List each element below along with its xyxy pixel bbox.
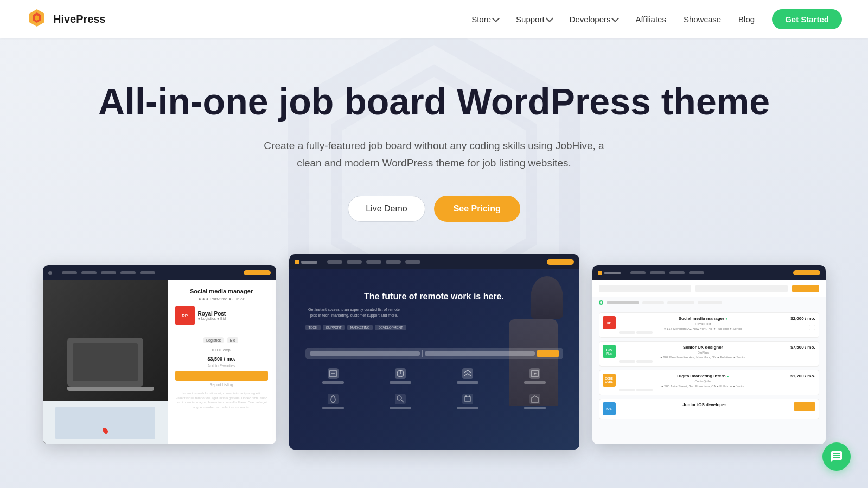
nav-support[interactable]: Support (516, 15, 552, 24)
list-item: RP Social media manager ● Royal Post ● 1… (599, 312, 819, 338)
hero-section: All-in-one job board WordPress theme Cre… (0, 38, 868, 488)
chat-icon (830, 450, 843, 463)
hivepress-logo-icon (26, 8, 48, 30)
brand-logo[interactable]: HivePress (26, 8, 106, 30)
nav-affiliates[interactable]: Affiliates (635, 15, 666, 24)
hero-buttons: Live Demo See Pricing (26, 196, 842, 222)
svg-line-12 (401, 400, 404, 402)
chevron-down-icon (611, 14, 619, 22)
sc-body-center: The future of remote work is here. Get i… (289, 269, 579, 450)
see-pricing-button[interactable]: See Pricing (434, 196, 520, 222)
svg-rect-13 (464, 397, 471, 401)
hero-title: All-in-one job board WordPress theme (26, 81, 842, 122)
screenshot-right: RP Social media manager ● Royal Post ● 1… (592, 265, 826, 444)
sc-navbar-center (289, 254, 579, 269)
sc-navbar-left (43, 265, 276, 280)
sc-body-right: RP Social media manager ● Royal Post ● 1… (592, 280, 826, 444)
list-item: CODEQUBE Digital marketing intern ● Code… (599, 370, 819, 395)
chevron-down-icon (492, 14, 500, 22)
navigation: HivePress Store Support Developers Affil… (0, 0, 868, 38)
brand-name: HivePress (53, 13, 106, 25)
svg-point-11 (397, 396, 401, 400)
sc-body-left: Social media manager ● ● ● Part-time ● J… (43, 280, 276, 444)
chat-bubble-button[interactable] (822, 442, 851, 471)
svg-marker-10 (534, 373, 537, 375)
list-item: BioPlus Senior UX designer BioPlus ● 207… (599, 341, 819, 367)
sc-navbar-right (592, 265, 826, 280)
hero-subtitle: Create a fully-featured job board withou… (260, 137, 608, 172)
sc-sidebar-left: Social media manager ● ● ● Part-time ● J… (168, 280, 276, 444)
live-demo-button[interactable]: Live Demo (348, 196, 425, 222)
nav-links: Store Support Developers Affiliates Show… (471, 9, 842, 29)
svg-rect-5 (329, 371, 337, 376)
get-started-button[interactable]: Get Started (772, 9, 842, 29)
nav-developers[interactable]: Developers (570, 15, 618, 24)
screenshot-left: Social media manager ● ● ● Part-time ● J… (43, 265, 276, 444)
chevron-down-icon (546, 14, 553, 22)
screenshots-row: Social media manager ● ● ● Part-time ● J… (26, 254, 842, 450)
screenshot-center: The future of remote work is here. Get i… (289, 254, 579, 450)
nav-blog[interactable]: Blog (738, 15, 755, 24)
nav-showcase[interactable]: Showcase (684, 15, 721, 24)
nav-store[interactable]: Store (471, 15, 499, 24)
list-item: iOS Junior iOS developer (599, 399, 819, 419)
